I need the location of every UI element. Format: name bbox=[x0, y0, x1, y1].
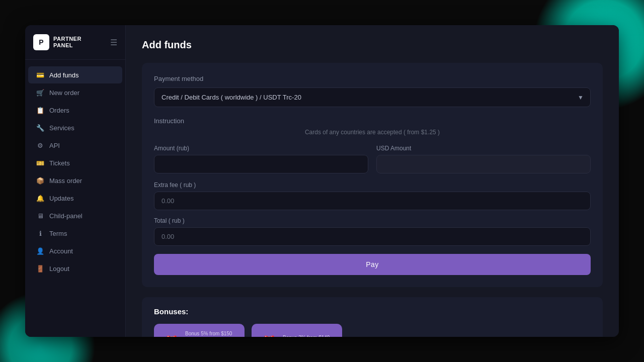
bonus-coinbase-subtitle: Bonus 5% from $150 bbox=[185, 331, 234, 336]
page-title: Add funds bbox=[142, 39, 603, 51]
payment-method-select[interactable]: Credit / Debit Cards ( worldwide ) / USD… bbox=[154, 87, 591, 107]
sidebar-item-label: Logout bbox=[49, 265, 69, 273]
mass-order-icon: 📦 bbox=[36, 176, 44, 185]
sidebar-item-orders[interactable]: 📋 Orders bbox=[28, 102, 122, 119]
logo-text: PARTNER PANEL bbox=[53, 36, 82, 49]
sidebar-item-api[interactable]: ⚙ API bbox=[28, 137, 122, 154]
logo: P PARTNER PANEL bbox=[33, 34, 82, 50]
bonus-card-text: Bonus 5% from $150 Coinbase | PM USD bbox=[185, 331, 234, 337]
sidebar-item-label: Account bbox=[49, 247, 73, 255]
amount-usd-field: USD Amount bbox=[376, 145, 591, 173]
api-icon: ⚙ bbox=[36, 141, 44, 149]
sidebar-item-services[interactable]: 🔧 Services bbox=[28, 119, 122, 136]
app-window: P PARTNER PANEL ☰ 💳 Add funds 🛒 New orde… bbox=[25, 25, 619, 337]
sidebar-item-label: Updates bbox=[49, 195, 73, 202]
sidebar-item-new-order[interactable]: 🛒 New order bbox=[28, 84, 122, 101]
sidebar-item-label: API bbox=[49, 142, 60, 149]
logout-icon: 🚪 bbox=[36, 264, 44, 273]
sidebar-item-label: Mass order bbox=[49, 177, 82, 185]
bonuses-section: Bonuses: 🎁 Bonus 5% from $150 Coinbase |… bbox=[142, 297, 603, 337]
hamburger-icon[interactable]: ☰ bbox=[110, 38, 117, 47]
add-funds-form: Payment method Credit / Debit Cards ( wo… bbox=[142, 63, 603, 287]
child-panel-icon: 🖥 bbox=[36, 212, 44, 220]
sidebar-item-account[interactable]: 👤 Account bbox=[28, 242, 122, 259]
bonuses-title: Bonuses: bbox=[154, 307, 591, 316]
sidebar-item-label: Tickets bbox=[49, 159, 70, 167]
extra-fee-input[interactable] bbox=[154, 192, 591, 210]
payment-method-select-wrapper: Credit / Debit Cards ( worldwide ) / USD… bbox=[154, 87, 591, 107]
sidebar-item-terms[interactable]: ℹ Terms bbox=[28, 225, 122, 242]
sidebar-item-logout[interactable]: 🚪 Logout bbox=[28, 260, 122, 277]
amount-rub-input[interactable] bbox=[154, 155, 368, 173]
bonus-card-text-2: Bonus 3% from $140 PAYEER bbox=[283, 335, 330, 337]
amount-usd-label: USD Amount bbox=[376, 145, 591, 152]
new-order-icon: 🛒 bbox=[36, 88, 44, 97]
sidebar-item-updates[interactable]: 🔔 Updates bbox=[28, 190, 122, 207]
gift-icon-2: 🎁 bbox=[262, 335, 277, 337]
main-content: Add funds Payment method Credit / Debit … bbox=[126, 25, 619, 337]
sidebar-item-label: New order bbox=[49, 89, 79, 97]
pay-button[interactable]: Pay bbox=[154, 254, 591, 275]
logo-icon: P bbox=[33, 34, 49, 50]
updates-icon: 🔔 bbox=[36, 194, 44, 202]
sidebar-item-mass-order[interactable]: 📦 Mass order bbox=[28, 172, 122, 189]
tickets-icon: 🎫 bbox=[36, 159, 44, 167]
total-label: Total ( rub ) bbox=[154, 217, 591, 224]
account-icon: 👤 bbox=[36, 247, 44, 255]
add-funds-icon: 💳 bbox=[36, 71, 44, 79]
bonus-card-coinbase[interactable]: 🎁 Bonus 5% from $150 Coinbase | PM USD bbox=[154, 324, 245, 337]
instruction-label: Instruction bbox=[154, 117, 591, 125]
bonus-payeer-subtitle: Bonus 3% from $140 bbox=[283, 335, 330, 337]
terms-icon: ℹ bbox=[36, 229, 44, 237]
amount-rub-field: Amount (rub) bbox=[154, 145, 368, 173]
payment-method-label: Payment method bbox=[154, 75, 591, 82]
sidebar-item-tickets[interactable]: 🎫 Tickets bbox=[28, 154, 122, 171]
orders-icon: 📋 bbox=[36, 106, 44, 114]
sidebar-item-label: Services bbox=[49, 124, 74, 132]
sidebar-item-child-panel[interactable]: 🖥 Child-panel bbox=[28, 207, 122, 224]
instruction-text: Cards of any countries are accepted ( fr… bbox=[154, 129, 591, 136]
sidebar-item-label: Add funds bbox=[49, 71, 79, 79]
bonuses-cards: 🎁 Bonus 5% from $150 Coinbase | PM USD 🎁… bbox=[154, 324, 591, 337]
amount-rub-label: Amount (rub) bbox=[154, 145, 368, 152]
sidebar-item-label: Terms bbox=[49, 230, 67, 237]
sidebar-item-add-funds[interactable]: 💳 Add funds bbox=[28, 66, 122, 83]
amount-row: Amount (rub) USD Amount bbox=[154, 145, 591, 173]
sidebar-item-label: Child-panel bbox=[49, 212, 83, 220]
sidebar-item-label: Orders bbox=[49, 107, 69, 114]
bonus-card-payeer[interactable]: 🎁 Bonus 3% from $140 PAYEER bbox=[252, 324, 342, 337]
sidebar-nav: 💳 Add funds 🛒 New order 📋 Orders 🔧 Servi… bbox=[25, 60, 125, 337]
extra-fee-label: Extra fee ( rub ) bbox=[154, 182, 591, 189]
amount-usd-input[interactable] bbox=[376, 155, 591, 173]
gift-icon: 🎁 bbox=[164, 335, 179, 337]
sidebar-logo-area: P PARTNER PANEL ☰ bbox=[25, 25, 125, 60]
services-icon: 🔧 bbox=[36, 124, 44, 132]
sidebar: P PARTNER PANEL ☰ 💳 Add funds 🛒 New orde… bbox=[25, 25, 126, 337]
total-input[interactable] bbox=[154, 227, 591, 246]
